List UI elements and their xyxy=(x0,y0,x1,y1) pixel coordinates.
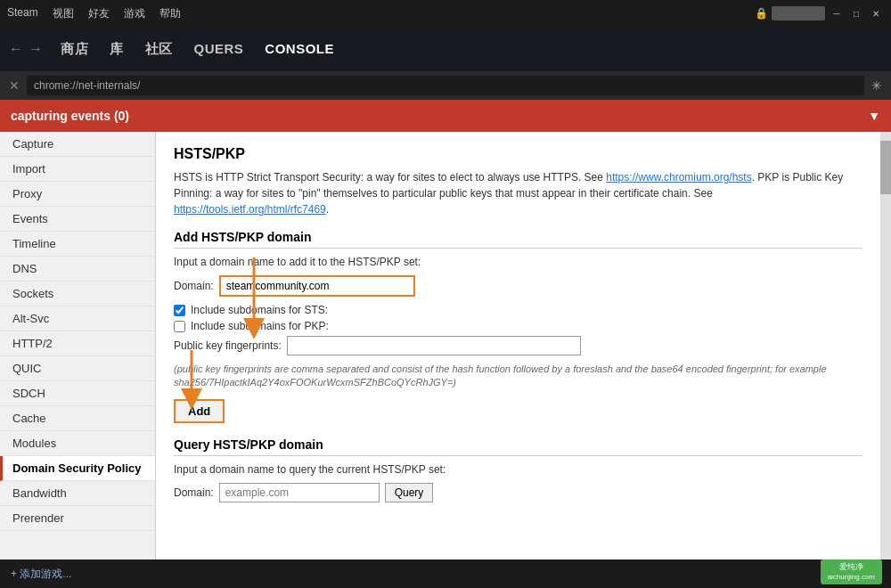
add-game-link[interactable]: + 添加游戏... xyxy=(11,567,71,582)
menu-help[interactable]: 帮助 xyxy=(159,6,181,21)
nav-bar: ← → 商店 库 社区 QUERS CONSOLE xyxy=(0,27,891,71)
watermark: 爱纯净 aichunjing.com xyxy=(821,559,882,584)
query-domain-input[interactable] xyxy=(219,483,380,502)
main-section-title: HSTS/PKP xyxy=(174,146,862,162)
minimize-button[interactable]: ─ xyxy=(829,5,845,21)
domain-label: Domain: xyxy=(174,280,214,292)
maximize-button[interactable]: □ xyxy=(848,5,864,21)
sidebar-item-capture[interactable]: Capture xyxy=(0,132,155,157)
sidebar-item-bandwidth[interactable]: Bandwidth xyxy=(0,481,155,506)
sidebar-item-quic[interactable]: QUIC xyxy=(0,356,155,381)
sidebar-item-cache[interactable]: Cache xyxy=(0,406,155,431)
subdomain-sts-checkbox[interactable] xyxy=(174,305,185,316)
address-bar: ✕ ✳ xyxy=(0,71,891,100)
bottom-bar: + 添加游戏... 爱纯净 aichunjing.com xyxy=(0,559,891,588)
sidebar-item-domain-security[interactable]: Domain Security Policy xyxy=(0,456,155,481)
forward-arrow[interactable]: → xyxy=(29,41,43,57)
domain-input[interactable] xyxy=(219,275,415,297)
fingerprint-form-row: Public key fingerprints: xyxy=(174,336,862,355)
close-button[interactable]: ✕ xyxy=(868,5,884,21)
subdomain-sts-label: Include subdomains for STS: xyxy=(191,304,328,316)
chromium-hsts-link[interactable]: https://www.chromium.org/hsts xyxy=(606,171,751,184)
sidebar-item-sdch[interactable]: SDCH xyxy=(0,381,155,406)
nav-links: 商店 库 社区 QUERS CONSOLE xyxy=(61,41,334,58)
nav-arrows: ← → xyxy=(9,41,43,57)
rfc7469-link[interactable]: https://tools.ietf.org/html/rfc7469 xyxy=(174,203,326,216)
fingerprint-note: (public key fingerprints are comma separ… xyxy=(174,363,862,390)
lock-icon: 🔒 xyxy=(755,7,768,20)
subdomain-pkp-label: Include subdomains for PKP: xyxy=(191,320,329,332)
description-para: HSTS is HTTP Strict Transport Security: … xyxy=(174,169,862,217)
sidebar-item-modules[interactable]: Modules xyxy=(0,431,155,456)
content-area: HSTS/PKP HSTS is HTTP Strict Transport S… xyxy=(156,132,880,588)
fingerprint-input[interactable] xyxy=(287,336,581,355)
address-input[interactable] xyxy=(27,76,864,95)
capturing-arrow[interactable]: ▼ xyxy=(868,109,880,123)
main-container: Capture Import Proxy Events Timeline DNS… xyxy=(0,132,891,588)
nav-console[interactable]: CONSOLE xyxy=(265,41,334,58)
subdomain-pkp-row: Include subdomains for PKP: xyxy=(174,320,862,332)
subdomain-sts-row: Include subdomains for STS: xyxy=(174,304,862,316)
add-section-title: Add HSTS/PKP domain xyxy=(174,230,862,249)
nav-library[interactable]: 库 xyxy=(110,41,124,58)
menu-friends[interactable]: 好友 xyxy=(88,6,110,21)
query-button[interactable]: Query xyxy=(385,483,434,502)
title-bar-menu: Steam 视图 好友 游戏 帮助 xyxy=(7,6,755,21)
sidebar-item-dns[interactable]: DNS xyxy=(0,257,155,282)
capturing-title: capturing events (0) xyxy=(11,109,129,123)
sidebar-item-prerender[interactable]: Prerender xyxy=(0,506,155,531)
capturing-bar: capturing events (0) ▼ xyxy=(0,100,891,132)
query-domain-label: Domain: xyxy=(174,486,214,499)
add-instruction: Input a domain name to add it to the HST… xyxy=(174,256,862,268)
sidebar: Capture Import Proxy Events Timeline DNS… xyxy=(0,132,156,588)
sidebar-item-proxy[interactable]: Proxy xyxy=(0,182,155,207)
nav-community[interactable]: 社区 xyxy=(145,41,173,58)
query-domain-row: Domain: Query xyxy=(174,483,862,502)
title-bar: Steam 视图 好友 游戏 帮助 🔒 ─ □ ✕ xyxy=(0,0,891,27)
close-tab-icon[interactable]: ✕ xyxy=(9,78,20,93)
menu-steam[interactable]: Steam xyxy=(7,6,38,21)
subdomain-pkp-checkbox[interactable] xyxy=(174,321,185,332)
sidebar-item-sockets[interactable]: Sockets xyxy=(0,282,155,306)
sidebar-item-events[interactable]: Events xyxy=(0,207,155,232)
menu-view[interactable]: 视图 xyxy=(53,6,74,21)
domain-form-row: Domain: xyxy=(174,275,862,297)
scrollbar-thumb[interactable] xyxy=(880,141,891,194)
query-instruction: Input a domain name to query the current… xyxy=(174,463,862,476)
menu-games[interactable]: 游戏 xyxy=(124,6,145,21)
sidebar-item-http2[interactable]: HTTP/2 xyxy=(0,331,155,356)
back-arrow[interactable]: ← xyxy=(9,41,23,57)
add-button[interactable]: Add xyxy=(174,399,225,423)
nav-store[interactable]: 商店 xyxy=(61,41,88,58)
fingerprint-label: Public key fingerprints: xyxy=(174,339,282,352)
nav-quers[interactable]: QUERS xyxy=(194,41,244,58)
query-section-title: Query HSTS/PKP domain xyxy=(174,437,862,456)
sidebar-item-timeline[interactable]: Timeline xyxy=(0,232,155,257)
sidebar-item-import[interactable]: Import xyxy=(0,157,155,182)
scrollbar[interactable] xyxy=(880,132,891,588)
sidebar-item-alt-svc[interactable]: Alt-Svc xyxy=(0,306,155,331)
refresh-icon[interactable]: ✳ xyxy=(871,78,882,93)
